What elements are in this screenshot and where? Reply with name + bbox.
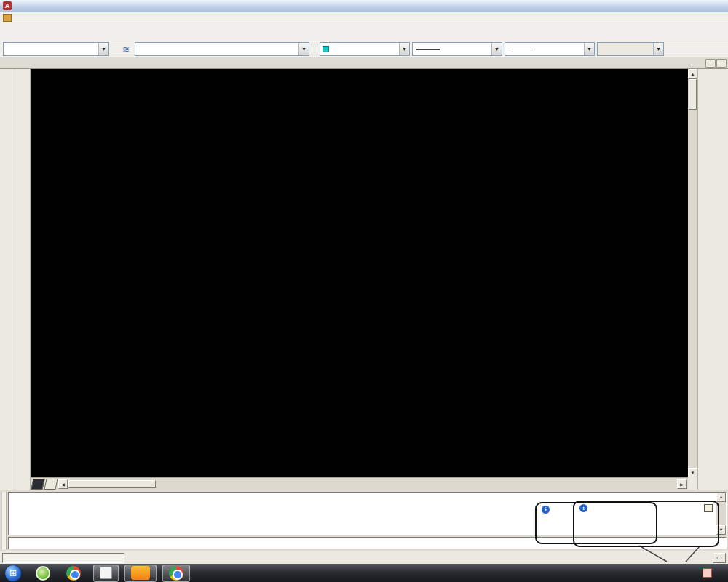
coccoc-icon[interactable]	[32, 565, 54, 582]
combo-dropdown-icon[interactable]: ▼	[399, 43, 409, 55]
vscroll-thumb[interactable]	[689, 79, 697, 110]
tabs-scroll-left-button[interactable]	[705, 59, 716, 68]
vietkey-icon[interactable]	[703, 568, 712, 578]
combo-dropdown-icon[interactable]: ▼	[491, 43, 502, 55]
drawing-canvas[interactable]	[31, 69, 689, 477]
workspace-combo[interactable]: ▼	[3, 42, 109, 56]
zone-pink-topright	[579, 69, 626, 136]
scroll-up-icon[interactable]: ▲	[716, 493, 726, 502]
hscroll-thumb[interactable]	[68, 480, 156, 488]
combo-dropdown-icon[interactable]: ▼	[98, 43, 108, 55]
title-bar: A	[0, 0, 728, 12]
zone-orange-stub	[676, 392, 689, 436]
draw-toolbar	[0, 69, 15, 490]
lineweight-combo[interactable]: ▼	[505, 42, 595, 56]
standard-toolbar	[0, 23, 728, 41]
color-swatch	[323, 46, 329, 52]
windows-taskbar: ⊞	[0, 564, 728, 582]
tabs-scroll-right-button[interactable]	[716, 59, 727, 68]
canvas-vscrollbar[interactable]: ▲ ▼	[688, 69, 697, 477]
properties-toolbar: ▼ ≋ ▼ ▼ ▼ ▼	[0, 41, 728, 57]
zone-salmon-strip	[360, 215, 415, 343]
combo-dropdown-icon[interactable]: ▼	[298, 43, 309, 55]
status-bar: ▭	[0, 551, 728, 564]
linetype-sample	[416, 49, 440, 50]
layout1-tab[interactable]	[44, 479, 58, 490]
scroll-left-icon[interactable]: ◀	[58, 479, 68, 489]
autocad-icon	[100, 567, 112, 579]
combo-dropdown-icon: ▼	[653, 43, 663, 55]
chrome-taskbar-button[interactable]	[162, 565, 190, 582]
chrome-icon	[169, 566, 183, 581]
zalo-icon	[131, 566, 150, 580]
custom-toolbar-left	[15, 69, 31, 490]
autocad-app-icon: A	[3, 1, 12, 10]
layout-tab-strip: ◀ ▶	[31, 477, 688, 490]
clean-screen-button[interactable]: ▭	[713, 553, 726, 563]
scroll-up-icon[interactable]: ▲	[688, 69, 697, 79]
zalo-taskbar-button[interactable]	[124, 565, 157, 582]
model-tab[interactable]	[31, 479, 44, 490]
combo-dropdown-icon[interactable]: ▼	[584, 43, 594, 55]
color-combo[interactable]: ▼	[320, 42, 410, 56]
linetype-combo[interactable]: ▼	[412, 42, 502, 56]
lineweight-sample	[508, 49, 533, 49]
menu-bar	[0, 12, 728, 23]
autocad-taskbar-button[interactable]	[93, 565, 119, 582]
info-icon: i	[542, 506, 550, 514]
chrome-icon[interactable]	[63, 565, 84, 582]
scroll-right-icon[interactable]: ▶	[677, 479, 687, 489]
layer-manager-button[interactable]: ≋	[119, 43, 132, 56]
scroll-down-icon[interactable]: ▼	[688, 468, 697, 477]
command-window-grip[interactable]	[1, 492, 7, 549]
modify-toolbar	[697, 69, 713, 490]
start-button[interactable]: ⊞	[4, 565, 22, 582]
info-icon: i	[579, 504, 587, 512]
coordinates-display[interactable]	[2, 553, 124, 563]
plotstyle-combo: ▼	[597, 42, 664, 56]
custom-toolbar-right	[713, 69, 728, 490]
canvas-hscrollbar[interactable]: ◀ ▶	[58, 479, 687, 489]
layer-combo[interactable]: ▼	[135, 42, 309, 56]
balloon-close-icon[interactable]	[704, 504, 713, 512]
zone-yellowgreen	[246, 446, 309, 477]
menu-app-icon[interactable]	[3, 14, 12, 22]
drawing-tabs-bar	[0, 57, 728, 69]
autocad-window: A ▼ ≋	[0, 0, 728, 582]
plot-publish-balloon[interactable]: i	[573, 501, 719, 547]
